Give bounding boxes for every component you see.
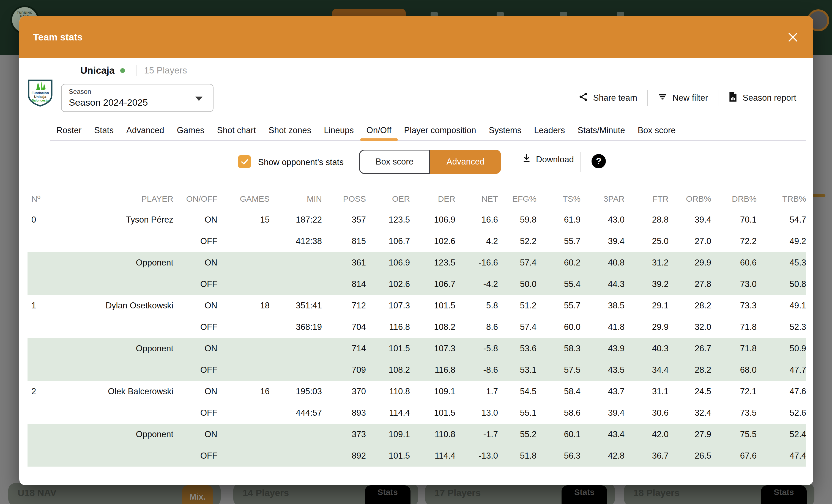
table-cell: 108.2 (366, 365, 410, 375)
table-cell: 107.3 (366, 301, 410, 311)
table-cell: 39.4 (580, 236, 625, 246)
table-cell: 2 (27, 387, 58, 396)
table-cell: 42.0 (625, 429, 669, 439)
tab-stats-minute[interactable]: Stats/Minute (571, 121, 631, 140)
table-cell: OFF (173, 408, 217, 418)
table-cell: 40.3 (625, 344, 669, 353)
table-cell: 41.8 (580, 322, 625, 332)
tab-shot-zones[interactable]: Shot zones (262, 121, 317, 140)
tab-player-composition[interactable]: Player composition (398, 121, 483, 140)
table-cell: 15 (217, 215, 270, 225)
share-team-button[interactable]: Share team (568, 92, 647, 104)
table-cell: 106.7 (410, 279, 456, 289)
table-cell: 110.8 (366, 387, 410, 396)
table-cell: Tyson Pérez (58, 215, 173, 225)
toggle-box-score[interactable]: Box score (359, 150, 430, 174)
table-cell: Olek Balcerowski (58, 387, 173, 396)
table-cell: 370 (322, 387, 366, 396)
table-cell: 73.3 (711, 301, 757, 311)
close-icon[interactable] (786, 30, 800, 44)
table-cell: Opponent (58, 429, 173, 439)
table-cell: OFF (173, 365, 217, 375)
table-cell: 53.1 (498, 365, 537, 375)
column-header-net[interactable]: NET (456, 194, 498, 204)
table-cell: 72.1 (711, 387, 757, 396)
team-row: Unicaja 15 Players (80, 65, 187, 76)
table-cell: 123.5 (410, 258, 456, 268)
column-header-on-off[interactable]: ON/OFF (173, 194, 217, 204)
table-cell: 107.3 (410, 344, 456, 353)
column-header-poss[interactable]: POSS (322, 194, 366, 204)
table-cell: ON (173, 344, 217, 353)
table-row-opponent: OpponentON714101.5107.3-5.853.658.343.94… (27, 338, 806, 359)
table-cell: 47.7 (757, 365, 806, 375)
download-button[interactable]: Download (522, 154, 574, 166)
table-cell: 50.0 (498, 279, 537, 289)
table-cell: 60.2 (537, 258, 580, 268)
table-cell: 28.2 (669, 301, 711, 311)
show-opponent-checkbox[interactable] (238, 155, 251, 168)
help-button[interactable]: ? (592, 154, 606, 168)
column-header-der[interactable]: DER (410, 194, 456, 204)
table-cell: 101.5 (366, 451, 410, 461)
table-cell: 18 (217, 301, 270, 311)
column-header-efg[interactable]: EFG% (498, 194, 537, 204)
table-cell: 59.8 (498, 215, 537, 225)
table-cell: 54.7 (757, 215, 806, 225)
column-header-trb[interactable]: TRB% (757, 194, 806, 204)
toggle-advanced[interactable]: Advanced (430, 150, 501, 174)
table-cell: 5.8 (456, 301, 498, 311)
background-card-label: 17 Players (435, 487, 480, 498)
tab-stats[interactable]: Stats (88, 121, 120, 140)
report-icon (728, 91, 738, 104)
table-cell: 57.4 (498, 322, 537, 332)
column-header-games[interactable]: GAMES (217, 194, 270, 204)
table-cell: 45.3 (757, 258, 806, 268)
column-header-player[interactable]: PLAYER (58, 194, 173, 204)
season-report-button[interactable]: Season report (718, 91, 806, 104)
season-select[interactable]: Season Season 2024-2025 (61, 84, 213, 112)
tab-roster[interactable]: Roster (50, 121, 88, 140)
column-header-min[interactable]: MIN (270, 194, 322, 204)
tab-shot-chart[interactable]: Shot chart (211, 121, 262, 140)
table-row: 2Olek BalcerowskiON16195:03370110.8109.1… (27, 381, 806, 402)
table-cell: 60.1 (537, 429, 580, 439)
column-header-drb[interactable]: DRB% (711, 194, 757, 204)
background-card-stats-button: Stats (761, 485, 807, 504)
table-cell: 70.1 (711, 215, 757, 225)
table-cell: 51.2 (498, 301, 537, 311)
tab-on-off[interactable]: On/Off (360, 121, 398, 140)
column-header-ftr[interactable]: FTR (625, 194, 669, 204)
tab-box-score[interactable]: Box score (631, 121, 682, 140)
scrollbar-thumb[interactable] (812, 194, 825, 197)
chevron-down-icon (196, 97, 203, 101)
table-cell: 709 (322, 365, 366, 375)
tab-advanced[interactable]: Advanced (120, 121, 171, 140)
background-card-mix-button: Mix. (182, 485, 213, 504)
table-cell: 44.3 (580, 279, 625, 289)
table-cell: 55.7 (537, 236, 580, 246)
table-cell: 26.5 (669, 451, 711, 461)
table-cell: 31.1 (625, 387, 669, 396)
table-row: 1Dylan OsetkowskiON18351:41712107.3101.5… (27, 295, 806, 316)
background-card-stats-button: Stats (365, 485, 411, 504)
table-cell: 893 (322, 408, 366, 418)
column-header-oer[interactable]: OER (366, 194, 410, 204)
tab-systems[interactable]: Systems (482, 121, 528, 140)
column-header-3par[interactable]: 3PAR (580, 194, 625, 204)
column-header-orb[interactable]: ORB% (669, 194, 711, 204)
modal-header: Team stats (19, 16, 813, 58)
tab-games[interactable]: Games (171, 121, 211, 140)
tab-leaders[interactable]: Leaders (528, 121, 571, 140)
table-cell: 58.3 (537, 344, 580, 353)
column-header-ts[interactable]: TS% (537, 194, 580, 204)
table-cell: 13.0 (456, 408, 498, 418)
divider (580, 152, 580, 172)
table-row-opponent: OpponentON361106.9123.5-16.657.460.240.8… (27, 252, 806, 273)
column-header-n[interactable]: Nº (27, 194, 58, 204)
table-cell: 16.6 (456, 215, 498, 225)
table-cell: 39.4 (580, 408, 625, 418)
background-card-label: U18 NAV (18, 487, 56, 498)
new-filter-button[interactable]: New filter (648, 92, 718, 104)
tab-lineups[interactable]: Lineups (317, 121, 360, 140)
